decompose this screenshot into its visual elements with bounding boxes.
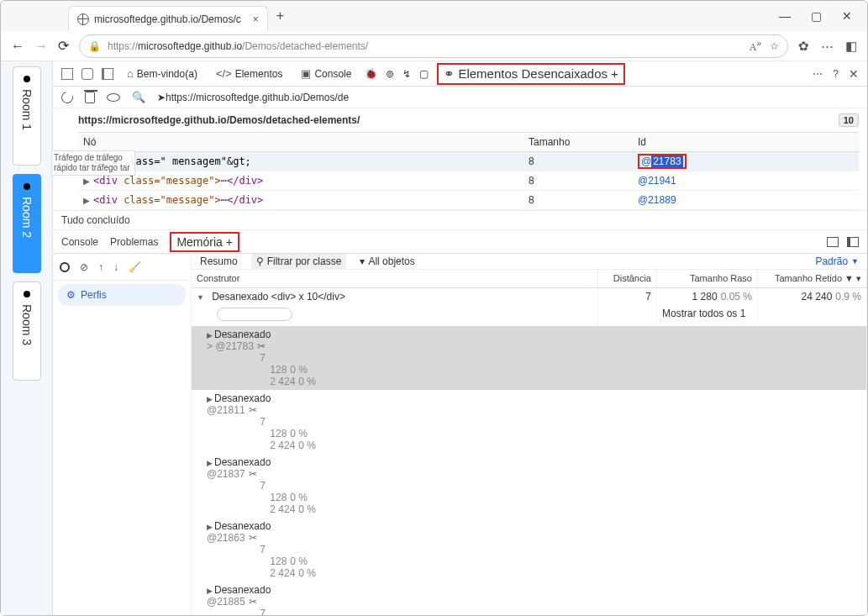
devtools-dock-icon[interactable]: ◧ bbox=[845, 39, 857, 54]
status-line: Tudo concluído bbox=[53, 210, 867, 230]
code-icon: </> bbox=[216, 67, 232, 80]
room-1[interactable]: Room 1 bbox=[13, 66, 41, 166]
favorite-icon[interactable]: ☆ bbox=[770, 40, 779, 52]
memory-row[interactable]: ▶Desanexado > @21783✂71280 %2 4240 % bbox=[192, 326, 867, 390]
maximize-icon[interactable]: ▢ bbox=[811, 9, 822, 23]
detached-row[interactable]: ▶<div class=" mensagem"&gt; 8 @21783 bbox=[78, 152, 859, 171]
close-icon[interactable]: × bbox=[253, 13, 259, 25]
room-3[interactable]: Room 3 bbox=[13, 282, 41, 381]
wifi-icon[interactable]: ⊚ bbox=[386, 68, 394, 80]
detached-count-badge: 10 bbox=[839, 113, 859, 127]
drawer-icon-b[interactable] bbox=[847, 237, 859, 247]
tab-console[interactable]: ▣Console bbox=[296, 67, 356, 80]
tab-detached-elements[interactable]: ⚭ Elementos Desencaixados + bbox=[437, 63, 624, 85]
forward-button[interactable]: → bbox=[34, 39, 48, 54]
class-filter[interactable]: ⚲Filtrar por classe bbox=[251, 254, 347, 269]
panel-dock-icon[interactable] bbox=[102, 68, 113, 80]
minimize-icon[interactable]: — bbox=[779, 9, 791, 23]
download-icon[interactable]: ↓ bbox=[113, 261, 118, 273]
network-icon[interactable]: ↯ bbox=[402, 68, 411, 80]
search-icon[interactable]: 🔍 bbox=[132, 91, 145, 103]
home-icon: ⌂ bbox=[127, 67, 134, 80]
new-tab-button[interactable]: + bbox=[276, 8, 284, 24]
col-node: Nó bbox=[78, 133, 523, 151]
filter-icon: ⚲ bbox=[256, 255, 264, 267]
address-bar: ← → ⟳ 🔒 https://microsoftedge.github.io/… bbox=[1, 31, 867, 61]
detached-elements-panel: https://microsoftedge.github.io/Demos/de… bbox=[53, 108, 867, 210]
memory-panel: ⊘ ↑ ↓ 🧹 ⚙ Perfis Resumo ⚲Filtrar por cla… bbox=[53, 254, 867, 615]
globe-icon bbox=[77, 13, 89, 25]
upload-icon[interactable]: ↑ bbox=[98, 261, 103, 273]
drawer-tabs: Console Problemas Memória + bbox=[53, 230, 867, 254]
memory-row[interactable]: ▶Desanexado @21863✂71280 %2 4240 % bbox=[192, 518, 867, 582]
inspect-icon[interactable] bbox=[61, 68, 73, 80]
back-button[interactable]: ← bbox=[11, 39, 24, 54]
devtools: ⌂Bem-vindo(a) </>Elementos ▣Console 🐞 ⊚ … bbox=[53, 61, 867, 615]
more-tabs-icon[interactable]: ⋯ bbox=[813, 68, 823, 80]
profiles-item[interactable]: ⚙ Perfis bbox=[58, 284, 186, 306]
browser-tab[interactable]: microsoftedge.github.io/Demos/c × bbox=[68, 6, 268, 31]
window-close-icon[interactable]: ✕ bbox=[842, 9, 852, 23]
unplug-icon: ⚭ bbox=[444, 66, 455, 82]
col-size: Tamanho bbox=[523, 133, 633, 151]
dot-icon bbox=[24, 291, 30, 297]
read-aloud-icon[interactable]: A» bbox=[750, 39, 761, 54]
memory-row[interactable]: ▼ Desanexado <div> x 10</div> 7 1 2800.0… bbox=[192, 288, 867, 305]
detached-row[interactable]: ▶<div class="message">⋯</div> 8 @21889 bbox=[78, 191, 859, 210]
drawer-tab-problems[interactable]: Problemas bbox=[110, 236, 158, 248]
detached-row[interactable]: ▶<div class="message">⋯</div> 8 @21941 bbox=[78, 171, 859, 191]
gc-icon[interactable]: 🧹 bbox=[129, 261, 141, 273]
memory-row[interactable]: ▶Desanexado @21885✂71280 %2 4240 % bbox=[192, 582, 867, 615]
toolbar-url: https://microsoftedge.github.io/Demos/de bbox=[166, 92, 349, 103]
padrao-dropdown[interactable]: Padrão ▼ bbox=[815, 255, 859, 267]
devtools-tabs: ⌂Bem-vindo(a) </>Elementos ▣Console 🐞 ⊚ … bbox=[53, 61, 867, 87]
tab-title: microsoftedge.github.io/Demos/c bbox=[94, 13, 241, 25]
detached-toolbar: 🔍 ➤https://microsoftedge.github.io/Demos… bbox=[53, 87, 867, 108]
devtools-close-icon[interactable]: ✕ bbox=[849, 67, 859, 81]
url-input[interactable]: 🔒 https://microsoftedge.github.io/Demos/… bbox=[79, 34, 788, 58]
help-icon[interactable]: ? bbox=[833, 68, 839, 80]
extensions-icon[interactable]: ✿ bbox=[798, 39, 809, 54]
rooms-sidebar: Room 1 Room 2 Room 3 bbox=[1, 61, 53, 615]
room-2[interactable]: Room 2 bbox=[13, 174, 41, 273]
browser-titlebar: microsoftedge.github.io/Demos/c × + — ▢ … bbox=[1, 1, 867, 31]
drawer-tab-console[interactable]: Console bbox=[61, 236, 98, 248]
trash-icon[interactable] bbox=[85, 92, 95, 103]
refresh-button[interactable]: ⟳ bbox=[58, 38, 69, 54]
all-objects-dropdown[interactable]: ▾All objetos bbox=[360, 255, 414, 267]
lock-icon: 🔒 bbox=[88, 40, 101, 52]
tab-elements[interactable]: </>Elementos bbox=[211, 67, 288, 80]
col-id: Id bbox=[633, 133, 859, 151]
drawer-tab-memory[interactable]: Memória + bbox=[170, 232, 239, 252]
sliders-icon: ⚙ bbox=[66, 289, 76, 301]
memory-toolbar: Resumo ⚲Filtrar por classe ▾All objetos … bbox=[192, 254, 867, 270]
memory-sidebar: ⊘ ↑ ↓ 🧹 ⚙ Perfis bbox=[53, 254, 192, 615]
memory-show-all[interactable]: Mostrar todos os 1 bbox=[192, 305, 867, 326]
record-icon[interactable] bbox=[60, 262, 70, 272]
tab-welcome[interactable]: ⌂Bem-vindo(a) bbox=[122, 67, 203, 80]
memory-row[interactable]: ▶Desanexado @21811✂71280 %2 4240 % bbox=[192, 390, 867, 454]
device-icon[interactable] bbox=[82, 68, 93, 80]
clear-icon[interactable]: ⊘ bbox=[80, 261, 88, 273]
memory-row[interactable]: ▶Desanexado @21837✂71280 %2 4240 % bbox=[192, 454, 867, 518]
app-icon[interactable]: ▢ bbox=[419, 68, 429, 80]
refresh-detached-icon[interactable] bbox=[59, 89, 75, 105]
memory-table-header: Construtor Distância Tamanho Raso Tamanh… bbox=[192, 270, 867, 288]
console-icon: ▣ bbox=[301, 67, 311, 80]
dot-icon bbox=[24, 183, 30, 190]
more-icon[interactable]: ⋯ bbox=[821, 39, 834, 54]
arrow-icon: ➤ bbox=[157, 92, 166, 103]
drawer-icon-a[interactable] bbox=[827, 237, 839, 247]
dot-icon bbox=[24, 76, 30, 82]
chevron-down-icon: ▾ bbox=[360, 255, 365, 267]
bug-icon[interactable]: 🐞 bbox=[365, 68, 377, 80]
url-text: https://microsoftedge.github.io/Demos/de… bbox=[108, 40, 368, 52]
traffic-tooltip: Tráfego de tráfego rápido tar tráfego ta… bbox=[51, 150, 135, 176]
detached-table: Nó Tamanho Id ▶<div class=" mensagem"&gt… bbox=[78, 132, 859, 210]
detached-header-url: https://microsoftedge.github.io/Demos/de… bbox=[78, 114, 360, 126]
eye-icon[interactable] bbox=[107, 93, 120, 102]
summary-dropdown[interactable]: Resumo bbox=[200, 255, 238, 267]
